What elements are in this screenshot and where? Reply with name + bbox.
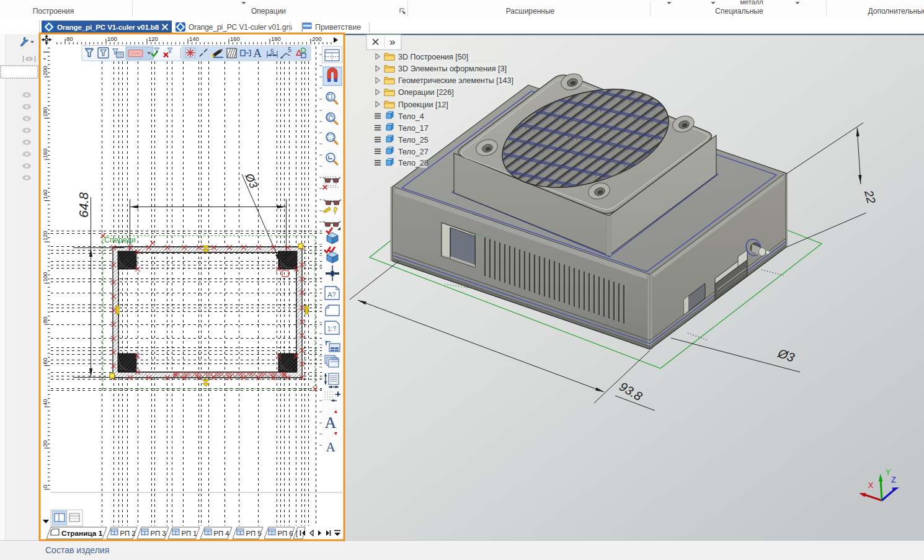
svg-text:A: A: [253, 47, 262, 60]
svg-text:X: X: [868, 481, 874, 490]
svg-text:Приветствие: Приветствие: [315, 23, 361, 32]
svg-text:Построения: Построения: [33, 7, 74, 16]
svg-text:Специальные: Специальные: [715, 7, 763, 16]
svg-text:120: 120: [148, 35, 158, 42]
svg-text:A?: A?: [327, 291, 335, 298]
svg-text:Дополнительные: Дополнительные: [868, 7, 924, 16]
svg-text:3D Элементы оформления [3]: 3D Элементы оформления [3]: [398, 64, 507, 73]
svg-text:5: 5: [288, 47, 291, 53]
svg-text:160: 160: [230, 35, 240, 42]
svg-text:Тело_27: Тело_27: [398, 148, 429, 156]
svg-text:РП 2: РП 2: [120, 530, 136, 537]
svg-text:Z: Z: [891, 475, 896, 484]
svg-text:РП 4: РП 4: [214, 530, 229, 537]
svg-text:80: 80: [66, 35, 73, 42]
svg-text:»: »: [389, 36, 395, 48]
svg-text:РП 1: РП 1: [182, 530, 197, 537]
svg-text:140: 140: [189, 35, 199, 42]
svg-text:металл: металл: [740, 0, 763, 6]
svg-text:Спереди: Спереди: [104, 236, 136, 244]
svg-text:Операции [226]: Операции [226]: [398, 88, 454, 97]
svg-text:Тело_4: Тело_4: [398, 112, 424, 121]
svg-text:[: [: [296, 530, 298, 537]
svg-text:РП 6: РП 6: [278, 530, 293, 537]
svg-text:100: 100: [107, 35, 117, 42]
svg-text:Страница 1: Страница 1: [61, 529, 103, 538]
svg-text:A: A: [326, 440, 335, 455]
svg-text:Проекции [12]: Проекции [12]: [398, 100, 448, 109]
svg-text:180: 180: [271, 35, 281, 42]
svg-text:120: 120: [42, 231, 48, 241]
svg-text:1:?: 1:?: [327, 326, 336, 332]
svg-text:200: 200: [312, 35, 322, 42]
svg-text:80: 80: [42, 316, 48, 323]
svg-text:60: 60: [42, 358, 48, 365]
svg-text:Тело_25: Тело_25: [398, 136, 429, 144]
svg-text:140: 140: [42, 190, 48, 200]
svg-text:100: 100: [42, 272, 48, 282]
svg-text:0: 0: [42, 485, 48, 488]
svg-text:Y: Y: [886, 468, 891, 477]
svg-text:Геометрические элементы [143]: Геометрические элементы [143]: [398, 76, 513, 85]
svg-text:Orange_pi_PC V1-culer v01.b8: Orange_pi_PC V1-culer v01.b8: [57, 23, 159, 31]
svg-text:40: 40: [42, 399, 48, 406]
svg-text:3D Построения [50]: 3D Построения [50]: [398, 53, 468, 61]
svg-text:5: 5: [270, 48, 274, 55]
svg-text:Расширенные: Расширенные: [506, 7, 555, 16]
svg-text:20: 20: [42, 440, 48, 447]
svg-text:РП 3: РП 3: [151, 530, 166, 537]
svg-text:Состав изделия: Состав изделия: [45, 545, 109, 555]
svg-text:200: 200: [42, 66, 48, 76]
svg-text:Тело_17: Тело_17: [398, 124, 429, 133]
svg-text:Тело_28: Тело_28: [398, 159, 429, 167]
svg-text:РП 5: РП 5: [246, 530, 262, 537]
svg-text:64.8: 64.8: [76, 192, 91, 218]
svg-text:180: 180: [42, 107, 48, 117]
svg-text:Orange_pi_PC V1-culer v01.grs: Orange_pi_PC V1-culer v01.grs: [189, 23, 292, 32]
svg-text:160: 160: [42, 148, 48, 158]
svg-text:A: A: [325, 414, 337, 432]
svg-text:Операции: Операции: [251, 7, 286, 16]
